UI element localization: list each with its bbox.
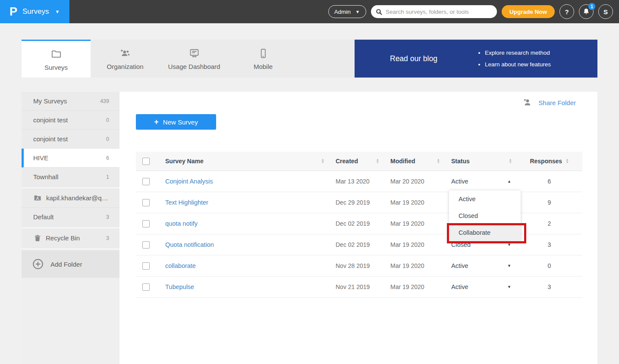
sidebar-item-label: HIVE bbox=[33, 154, 48, 162]
row-checkbox[interactable] bbox=[142, 220, 150, 227]
sidebar-item-conjoint-test[interactable]: conjoint test0 bbox=[22, 111, 119, 130]
responses-count: 0 bbox=[548, 262, 551, 269]
modified-date: Mar 20 2020 bbox=[390, 178, 424, 185]
sort-icon[interactable]: ▲▼ bbox=[376, 159, 379, 164]
tabs-row: SurveysOrganizationUsage DashboardMobile… bbox=[22, 40, 597, 78]
plus-icon bbox=[154, 118, 159, 127]
sidebar-item-default[interactable]: Default3 bbox=[22, 208, 119, 227]
main-panel: Share Folder New Survey Survey Name▲▼Cre… bbox=[119, 92, 597, 364]
status-select[interactable]: Closed▼ bbox=[451, 241, 516, 248]
admin-menu[interactable]: Admin ▼ bbox=[328, 5, 366, 18]
notifications-button[interactable]: 1 bbox=[579, 4, 594, 19]
created-date: Nov 21 2019 bbox=[336, 283, 370, 290]
sort-icon[interactable]: ▲▼ bbox=[437, 159, 440, 164]
banner-bullet: Learn about new features bbox=[485, 59, 551, 70]
row-checkbox[interactable] bbox=[142, 262, 150, 270]
product-switcher[interactable]: P Surveys ▼ bbox=[0, 0, 69, 23]
banner-bullet-list: Explore research methodLearn about new f… bbox=[477, 47, 551, 70]
caret-down-icon: ▼ bbox=[507, 285, 511, 289]
chevron-down-icon: ▼ bbox=[355, 9, 360, 15]
status-value: Active bbox=[451, 262, 468, 269]
sidebar-item-hive[interactable]: HIVE6 bbox=[22, 149, 119, 168]
avatar[interactable]: S bbox=[598, 4, 613, 19]
search-input[interactable] bbox=[386, 9, 493, 15]
table-row-collaborate: collaborateNov 28 2019Mar 19 2020Active▼… bbox=[136, 255, 582, 277]
trash-icon bbox=[33, 234, 42, 243]
sort-icon[interactable]: ▲▼ bbox=[566, 159, 569, 164]
share-folder-label: Share Folder bbox=[538, 99, 576, 106]
brand-logo: P bbox=[9, 5, 17, 19]
row-checkbox[interactable] bbox=[142, 283, 150, 291]
survey-name-link[interactable]: Text Highlighter bbox=[165, 199, 208, 206]
select-all-checkbox[interactable] bbox=[142, 158, 150, 165]
share-folder-button[interactable]: Share Folder bbox=[522, 97, 576, 108]
survey-name-link[interactable]: Conjoint Analysis bbox=[165, 178, 213, 185]
column-header-responses: Responses▲▼ bbox=[516, 158, 582, 165]
survey-name-link[interactable]: Quota notification bbox=[165, 241, 214, 248]
tab-bar: SurveysOrganizationUsage DashboardMobile bbox=[22, 40, 298, 78]
sidebar-item-kapil-khandekar-que[interactable]: kapil.khandekar@que… bbox=[22, 189, 119, 208]
tab-label: Usage Dashboard bbox=[168, 63, 220, 70]
sidebar-item-count: 1 bbox=[106, 174, 109, 180]
tab-surveys[interactable]: Surveys bbox=[22, 40, 91, 78]
tabs-filler bbox=[298, 40, 355, 78]
upgrade-now-button[interactable]: Upgrade Now bbox=[502, 5, 555, 18]
column-label: Created bbox=[336, 158, 358, 165]
notification-badge: 1 bbox=[588, 3, 595, 10]
sort-icon[interactable]: ▲▼ bbox=[509, 159, 512, 164]
table-row-tubepulse: TubepulseNov 21 2019Mar 19 2020Active▼3 bbox=[136, 277, 582, 298]
question-icon: ? bbox=[565, 8, 569, 16]
responses-count: 9 bbox=[548, 199, 551, 206]
table-header-row: Survey Name▲▼Created▲▼Modified▲▼Status▲▼… bbox=[136, 152, 582, 171]
dashboard-icon bbox=[189, 48, 200, 59]
survey-name-link[interactable]: quota notify bbox=[165, 220, 198, 227]
sidebar-divider bbox=[22, 248, 119, 250]
column-label: Responses bbox=[530, 158, 562, 165]
status-select[interactable]: Active▼ bbox=[451, 283, 516, 290]
sidebar-item-label: kapil.khandekar@que… bbox=[46, 194, 109, 202]
tab-usage-dashboard[interactable]: Usage Dashboard bbox=[160, 40, 229, 78]
modified-date: Mar 19 2020 bbox=[390, 283, 424, 290]
survey-name-link[interactable]: collaborate bbox=[165, 262, 196, 269]
product-label: Surveys bbox=[22, 7, 49, 16]
mobile-icon bbox=[258, 48, 269, 59]
created-date: Dec 29 2019 bbox=[336, 199, 370, 206]
row-checkbox[interactable] bbox=[142, 178, 150, 185]
new-survey-button[interactable]: New Survey bbox=[136, 114, 216, 130]
column-header-status: Status▲▼ bbox=[444, 158, 516, 165]
row-checkbox[interactable] bbox=[142, 199, 150, 206]
status-option-closed[interactable]: Closed bbox=[449, 207, 521, 224]
banner-title: Read our blog bbox=[390, 54, 437, 63]
sidebar-item-conjoint-test[interactable]: conjoint test0 bbox=[22, 130, 119, 149]
row-checkbox[interactable] bbox=[142, 241, 150, 249]
search-icon bbox=[375, 8, 383, 16]
status-value: Closed bbox=[451, 241, 471, 248]
survey-name-link[interactable]: Tubepulse bbox=[165, 283, 194, 290]
created-date: Mar 13 2020 bbox=[336, 178, 370, 185]
plus-circle-icon bbox=[32, 258, 44, 270]
sort-icon[interactable]: ▲▼ bbox=[321, 159, 324, 164]
help-button[interactable]: ? bbox=[559, 4, 574, 19]
column-header-survey-name: Survey Name▲▼ bbox=[158, 158, 329, 165]
caret-down-icon: ▼ bbox=[507, 243, 511, 247]
status-option-active[interactable]: Active bbox=[449, 190, 521, 207]
add-folder-label: Add Folder bbox=[50, 261, 82, 268]
table-row-conjoint-analysis: Conjoint AnalysisMar 13 2020Mar 20 2020A… bbox=[136, 171, 582, 192]
blog-banner[interactable]: Read our blog Explore research methodLea… bbox=[355, 40, 597, 78]
sidebar-item-count: 3 bbox=[106, 235, 109, 241]
add-folder-button[interactable]: Add Folder bbox=[22, 250, 119, 278]
tab-organization[interactable]: Organization bbox=[91, 40, 160, 78]
sidebar-item-recycle-bin[interactable]: Recycle Bin3 bbox=[22, 229, 119, 248]
tab-mobile[interactable]: Mobile bbox=[229, 40, 298, 78]
status-select[interactable]: Active▼ bbox=[451, 262, 516, 269]
sidebar-item-townhall[interactable]: Townhall1 bbox=[22, 168, 119, 187]
tab-label: Surveys bbox=[44, 64, 68, 71]
modified-date: Mar 19 2020 bbox=[390, 199, 424, 206]
sidebar-item-label: conjoint test bbox=[33, 135, 68, 143]
status-option-collaborate[interactable]: Collaborate bbox=[449, 224, 521, 241]
shared-folder-icon bbox=[33, 193, 42, 202]
status-select[interactable]: Active▲ bbox=[451, 178, 516, 185]
sidebar-item-my-surveys[interactable]: My Surveys439 bbox=[22, 92, 119, 111]
responses-count: 3 bbox=[548, 241, 551, 248]
folder-sidebar: My Surveys439conjoint test0conjoint test… bbox=[22, 92, 119, 364]
